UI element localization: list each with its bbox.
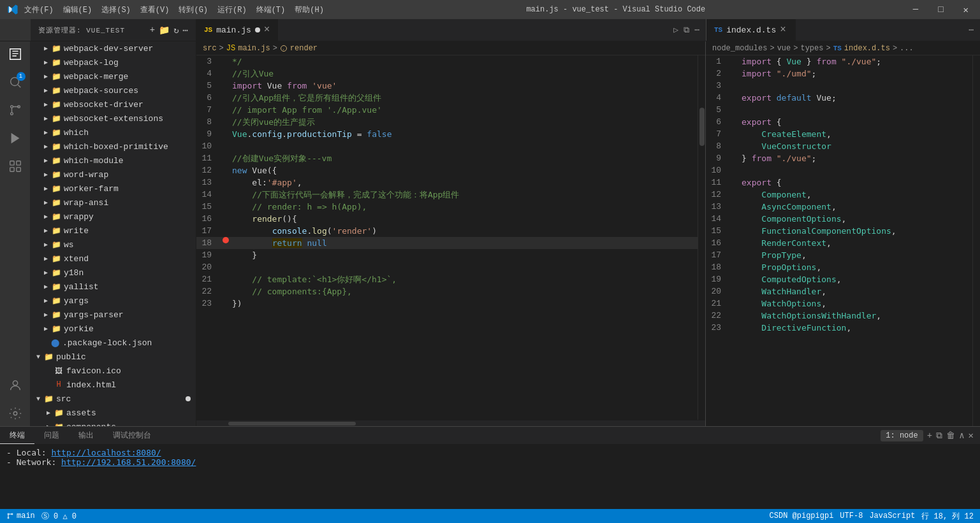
code-line-12: 12 new Vue({ (196, 164, 698, 176)
sidebar-item-assets[interactable]: ▶ 📁 assets (31, 406, 196, 420)
sidebar-item-yallist[interactable]: ▶ 📁 yallist (31, 280, 196, 294)
menu-run[interactable]: 运行(R) (217, 4, 247, 15)
tab-close-button[interactable]: × (264, 24, 270, 36)
close-button[interactable]: ✕ (958, 4, 974, 15)
menu-help[interactable]: 帮助(H) (295, 4, 324, 15)
item-label: webpack-sources (64, 86, 138, 96)
terminal-chevron-up-icon[interactable]: ∧ (959, 430, 964, 441)
terminal-tab-problems[interactable]: 问题 (34, 427, 69, 444)
menu-terminal[interactable]: 终端(T) (256, 4, 286, 15)
right-editor-scrollbar[interactable] (972, 55, 980, 426)
editor-scrollbar[interactable] (698, 55, 705, 420)
settings-icon[interactable] (8, 406, 23, 421)
folder-icon: 📁 (43, 352, 54, 362)
arrow-icon: ▶ (41, 141, 51, 152)
sidebar-item-favicon[interactable]: 🖼 favicon.ico (31, 364, 196, 378)
cursor-position-status[interactable]: 行 18, 列 12 (921, 511, 974, 522)
sidebar-item-websocket-driver[interactable]: ▶ 📁 websocket-driver (31, 97, 196, 111)
sidebar-item-ws[interactable]: ▶ 📁 ws (31, 238, 196, 252)
bc-types: types (800, 44, 823, 53)
left-code-editor[interactable]: 3 */ 4 //引入Vue 5 import Vue from (196, 55, 705, 420)
sidebar-item-package-lock[interactable]: ⬤ .package-lock.json (31, 336, 196, 350)
more-actions-icon[interactable]: ⋯ (694, 25, 699, 35)
right-more-icon[interactable]: ⋯ (969, 25, 974, 35)
sidebar-item-worker-farm[interactable]: ▶ 📁 worker-farm (31, 182, 196, 196)
account-icon[interactable] (8, 378, 23, 393)
sidebar-item-wrap-ansi[interactable]: ▶ 📁 wrap-ansi (31, 196, 196, 210)
sidebar-item-which[interactable]: ▶ 📁 which (31, 125, 196, 140)
terminal-add-icon[interactable]: + (927, 431, 932, 441)
errors-warnings-status[interactable]: Ⓢ 0 △ 0 (41, 511, 77, 522)
menu-edit[interactable]: 编辑(E) (63, 4, 92, 15)
refresh-icon[interactable]: ↻ (173, 25, 179, 36)
sidebar-item-websocket-extensions[interactable]: ▶ 📁 websocket-extensions (31, 111, 196, 125)
local-url-link[interactable]: http://localhost:8080/ (51, 448, 161, 457)
new-file-icon[interactable]: + (150, 25, 155, 36)
right-code-line-5: 5 (706, 104, 972, 116)
sidebar-item-index-html[interactable]: H index.html (31, 378, 196, 392)
sidebar-item-webpack-merge[interactable]: ▶ 📁 webpack-merge (31, 69, 196, 83)
sidebar-item-write[interactable]: ▶ 📁 write (31, 224, 196, 238)
code-line-18: 18 return null (196, 237, 698, 249)
menu-select[interactable]: 选择(S) (101, 4, 131, 15)
menu-view[interactable]: 查看(V) (140, 4, 170, 15)
line-code: CreateElement, (739, 128, 972, 140)
maximize-button[interactable]: □ (933, 4, 948, 15)
terminal-content[interactable]: - Local: http://localhost:8080/ - Networ… (0, 445, 980, 509)
terminal-tab-terminal[interactable]: 终端 (0, 427, 34, 444)
collapse-icon[interactable]: ⋯ (183, 25, 188, 36)
node-selector[interactable]: 1: node (881, 430, 923, 441)
right-code-editor[interactable]: 1 import { Vue } from "./vue"; 2 import … (706, 55, 980, 426)
search-icon[interactable]: 1 (8, 75, 23, 90)
horizontal-scrollbar[interactable] (196, 420, 705, 426)
git-branch-status[interactable]: main (6, 512, 35, 520)
terminal-trash-icon[interactable]: 🗑 (946, 431, 955, 441)
terminal-split-icon[interactable]: ⧉ (936, 431, 942, 441)
sidebar-item-word-wrap[interactable]: ▶ 📁 word-wrap (31, 168, 196, 182)
content-area: 1 ▶ 📁 (0, 41, 980, 426)
sidebar-item-components[interactable]: ▶ 📁 components (31, 420, 196, 426)
line-code: } from "./vue"; (739, 152, 972, 164)
terminal-close-icon[interactable]: ✕ (969, 430, 974, 441)
sidebar-item-yorkie[interactable]: ▶ 📁 yorkie (31, 322, 196, 336)
line-code (230, 140, 698, 152)
sidebar-item-webpack-sources[interactable]: ▶ 📁 webpack-sources (31, 83, 196, 97)
sidebar-item-yargs-parser[interactable]: ▶ 📁 yargs-parser (31, 308, 196, 322)
run-debug-icon[interactable] (8, 131, 23, 146)
menu-goto[interactable]: 转到(G) (179, 4, 208, 15)
extensions-icon[interactable] (8, 159, 23, 174)
line-number: 22 (706, 310, 731, 322)
explorer-icon[interactable] (8, 47, 23, 62)
sidebar-item-src[interactable]: ▼ 📁 src (31, 392, 196, 406)
item-label: wrap-ansi (64, 198, 108, 208)
sidebar-item-y18n[interactable]: ▶ 📁 y18n (31, 266, 196, 280)
svg-line-1 (18, 85, 20, 87)
sidebar-item-webpack-log[interactable]: ▶ 📁 webpack-log (31, 55, 196, 69)
line-number: 3 (706, 80, 731, 92)
minimize-button[interactable]: ─ (908, 4, 923, 15)
tab-index-close-button[interactable]: × (780, 24, 786, 36)
sidebar-item-xtend[interactable]: ▶ 📁 xtend (31, 252, 196, 266)
new-folder-icon[interactable]: 📁 (159, 25, 170, 36)
sidebar-item-webpack-dev-server[interactable]: ▶ 📁 webpack-dev-server (31, 41, 196, 55)
sidebar-item-public[interactable]: ▼ 📁 public (31, 350, 196, 364)
terminal-tab-debug[interactable]: 调试控制台 (103, 427, 161, 444)
line-number: 14 (196, 189, 222, 201)
sidebar-item-which-boxed-primitive[interactable]: ▶ 📁 which-boxed-primitive (31, 140, 196, 154)
language-mode-status[interactable]: JavaScript (869, 512, 915, 520)
run-icon[interactable]: ▷ (673, 25, 678, 35)
favicon-icon: 🖼 (54, 366, 64, 376)
line-code: WatchHandler, (739, 285, 972, 297)
terminal-tab-output[interactable]: 输出 (69, 427, 103, 444)
menu-file[interactable]: 文件(F) (24, 4, 54, 15)
scrollbar-thumb (699, 108, 705, 146)
network-url-link[interactable]: http://192.168.51.200:8080/ (61, 457, 196, 467)
split-icon[interactable]: ⧉ (684, 25, 689, 35)
tab-main-js[interactable]: JS main.js × (196, 19, 278, 41)
sidebar-item-yargs[interactable]: ▶ 📁 yargs (31, 294, 196, 308)
source-control-icon[interactable] (8, 103, 23, 118)
encoding-status[interactable]: UTF-8 (840, 512, 863, 520)
tab-index-d-ts[interactable]: TS index.d.ts × (706, 19, 796, 41)
sidebar-item-which-module[interactable]: ▶ 📁 which-module (31, 154, 196, 168)
sidebar-item-wrappy[interactable]: ▶ 📁 wrappy (31, 210, 196, 224)
